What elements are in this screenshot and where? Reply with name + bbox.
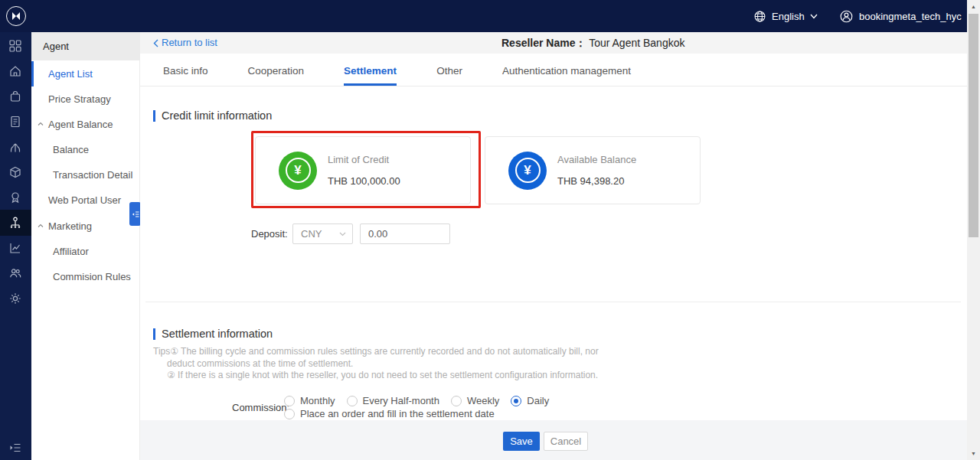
collapse-arrow-icon [132, 210, 139, 218]
radio-monthly[interactable]: Monthly [284, 395, 335, 406]
scroll-down-arrow-icon[interactable]: ▼ [967, 447, 980, 460]
user-menu[interactable]: bookingmeta_tech_hyc [839, 0, 975, 32]
distribution-icon[interactable] [8, 140, 22, 154]
settlement-tips: Tips① The billing cycle and commission r… [153, 346, 599, 382]
limit-of-credit-card: ¥ Limit of Credit THB 100,000.00 [255, 136, 471, 204]
settlement-section-title: Settlement information [153, 328, 273, 340]
top-navbar: English bookingmeta_tech_hyc [0, 0, 967, 32]
chevron-down-icon [339, 232, 346, 237]
sidebar: Agent Agent List Price Stratagy Agent Ba… [31, 32, 140, 460]
detail-tabs: Basic info Cooperation Settlement Other … [163, 65, 631, 86]
chevron-up-icon [38, 223, 44, 228]
radio-place-order-settlement-date[interactable]: Place an order and fill in the settlemen… [284, 408, 495, 419]
deposit-row: Deposit: CNY [251, 223, 450, 244]
agents-org-icon[interactable] [8, 216, 22, 230]
radio-circle-icon [451, 396, 462, 406]
radio-circle-icon [284, 409, 295, 419]
reseller-name-value: Tour Agent Bangkok [589, 37, 684, 49]
deposit-amount-input[interactable] [360, 223, 450, 244]
tab-other[interactable]: Other [436, 65, 462, 86]
available-balance-card: ¥ Available Balance THB 94,398.20 [485, 136, 701, 204]
sidebar-item-agent-balance[interactable]: Agent Balance [31, 112, 140, 137]
sidebar-item-commision-rules[interactable]: Commision Rules [31, 264, 140, 289]
user-avatar-icon [839, 9, 854, 24]
section-accent-bar [153, 110, 155, 122]
sidebar-item-balance[interactable]: Balance [31, 137, 140, 162]
analytics-chart-icon[interactable] [8, 241, 22, 255]
tips-line: deduct commissions at the time of settle… [153, 358, 599, 370]
tips-line: ② If there is a single knot with the res… [153, 370, 599, 382]
sidebar-item-web-portal-user[interactable]: Web Portal User [31, 188, 140, 213]
report-document-icon[interactable] [8, 115, 22, 129]
tab-settlement[interactable]: Settlement [344, 65, 397, 86]
scroll-up-arrow-icon[interactable]: ▲ [967, 0, 980, 13]
language-label: English [772, 11, 805, 22]
language-selector[interactable]: English [753, 0, 818, 32]
dashboard-icon[interactable] [8, 39, 22, 53]
collapse-menu-icon[interactable] [8, 441, 22, 455]
page-header-bar: Return to list Reseller Name： Tour Agent… [140, 32, 967, 54]
tab-cooperation[interactable]: Cooperation [248, 65, 305, 86]
products-package-icon[interactable] [8, 165, 22, 179]
main-content: Return to list Reseller Name： Tour Agent… [140, 32, 967, 460]
radio-daily[interactable]: Daily [511, 395, 549, 406]
credit-section-title: Credit limit information [153, 109, 272, 122]
reseller-name-label: Reseller Name： [501, 37, 586, 49]
reseller-name: Reseller Name： Tour Agent Bangkok [501, 32, 684, 54]
username-label: bookingmeta_tech_hyc [859, 11, 962, 22]
return-to-list-link[interactable]: Return to list [153, 32, 217, 54]
save-button[interactable]: Save [503, 432, 540, 451]
sidebar-collapse-toggle[interactable] [129, 202, 141, 226]
deposit-currency-select[interactable]: CNY [292, 223, 353, 244]
section-accent-bar [153, 328, 155, 340]
tab-authentication-management[interactable]: Authentication management [502, 65, 631, 86]
card-value: THB 100,000.00 [328, 175, 400, 187]
sidebar-item-marketing[interactable]: Marketing [31, 214, 140, 239]
card-label: Limit of Credit [328, 154, 400, 165]
footer-action-bar: Save Cancel [140, 420, 967, 460]
home-icon[interactable] [8, 64, 22, 78]
sidebar-item-affiliator[interactable]: Affiliator [31, 239, 140, 264]
tabs-divider [140, 86, 967, 86]
cancel-button[interactable]: Cancel [544, 432, 588, 451]
orders-bag-icon[interactable] [8, 90, 22, 103]
tips-line: Tips① The billing cycle and commission r… [153, 346, 599, 358]
card-label: Available Balance [557, 154, 636, 165]
chevron-up-icon [38, 122, 44, 126]
users-icon[interactable] [8, 266, 22, 280]
radio-every-half-month[interactable]: Every Half-month [347, 395, 439, 406]
settings-gear-icon[interactable] [8, 292, 22, 305]
radio-circle-selected-icon [511, 396, 521, 406]
sidebar-item-agent-list[interactable]: Agent List [31, 61, 140, 86]
commission-options: Monthly Every Half-month Weekly Daily Pl… [284, 394, 549, 420]
tab-basic-info[interactable]: Basic info [163, 65, 208, 86]
sidebar-item-price-stratagy[interactable]: Price Stratagy [31, 86, 140, 112]
deposit-label: Deposit: [251, 228, 287, 240]
scrollbar-thumb[interactable] [969, 14, 978, 237]
sidebar-group-title: Agent [31, 32, 140, 60]
radio-circle-icon [347, 396, 358, 406]
rewards-medal-icon[interactable] [8, 191, 22, 204]
icon-rail [0, 32, 31, 460]
radio-weekly[interactable]: Weekly [451, 395, 499, 406]
brand-logo-icon[interactable] [6, 6, 26, 26]
radio-circle-icon [284, 396, 295, 406]
card-value: THB 94,398.20 [557, 175, 636, 187]
sidebar-item-transaction-detail[interactable]: Transaction Detail [31, 162, 140, 188]
vertical-scrollbar[interactable]: ▲ ▼ [967, 0, 980, 460]
chevron-left-icon [153, 39, 158, 47]
globe-icon [753, 10, 766, 23]
currency-yuan-icon: ¥ [279, 152, 317, 190]
section-divider [145, 302, 961, 302]
commission-label: Commission: [232, 402, 289, 413]
currency-yuan-icon: ¥ [508, 152, 547, 190]
chevron-down-icon [810, 14, 818, 19]
